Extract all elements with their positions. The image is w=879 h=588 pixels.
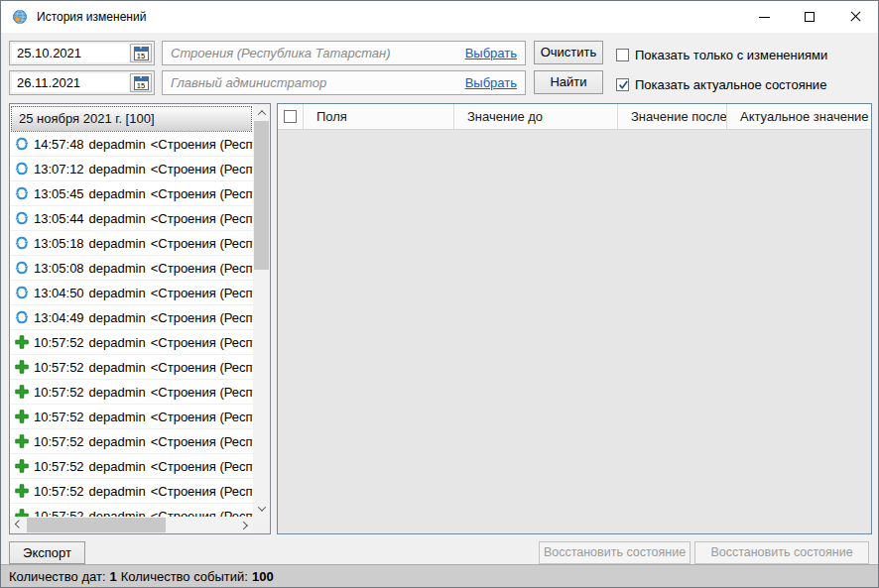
calendar-icon: 15 bbox=[134, 76, 149, 90]
event-object: <Строения (Республика Татарстан) bbox=[151, 137, 253, 152]
event-user: depadmin bbox=[89, 211, 146, 226]
titlebar: История изменений bbox=[1, 1, 878, 33]
event-time: 13:04:49 bbox=[34, 310, 84, 325]
event-time: 10:57:52 bbox=[34, 459, 84, 474]
events-horizontal-scrollbar[interactable] bbox=[10, 517, 253, 533]
scroll-down-arrow-icon[interactable] bbox=[253, 500, 270, 517]
event-time: 10:57:52 bbox=[34, 509, 84, 518]
table-header-row: Поля Значение до Значение после Актуальн… bbox=[278, 104, 871, 130]
minimize-button[interactable] bbox=[741, 1, 787, 33]
event-list-item[interactable]: 10:57:52 depadmin <Строения (Республика … bbox=[10, 355, 253, 380]
column-header-value-before[interactable]: Значение до bbox=[454, 104, 618, 129]
select-all-checkbox-cell[interactable] bbox=[278, 104, 304, 129]
horizontal-scrollbar-thumb[interactable] bbox=[27, 518, 166, 532]
event-user: depadmin bbox=[89, 286, 146, 300]
event-type-icon bbox=[14, 334, 30, 350]
find-button[interactable]: Найти bbox=[534, 70, 603, 94]
event-list-item[interactable]: 13:05:44 depadmin <Строения (Республика … bbox=[10, 206, 253, 231]
event-object: <Строения (Республика Татарстан) bbox=[151, 360, 253, 375]
event-user: depadmin bbox=[89, 162, 146, 176]
event-type-icon bbox=[14, 285, 30, 300]
event-type-icon bbox=[14, 433, 30, 449]
event-user: depadmin bbox=[89, 360, 146, 375]
clear-button[interactable]: Очистить bbox=[534, 41, 603, 64]
event-type-icon bbox=[14, 384, 30, 400]
scroll-left-arrow-icon[interactable] bbox=[10, 517, 27, 533]
events-vertical-scrollbar[interactable] bbox=[253, 104, 270, 517]
event-list-item[interactable]: 10:57:52 depadmin <Строения (Республика … bbox=[10, 479, 253, 504]
maximize-button[interactable] bbox=[787, 1, 832, 33]
date-to-input[interactable] bbox=[12, 73, 129, 92]
minimize-icon bbox=[759, 17, 770, 18]
scrollbar-corner bbox=[253, 517, 270, 533]
date-from-picker-button[interactable]: 15 bbox=[130, 44, 152, 62]
scroll-up-arrow-icon[interactable] bbox=[253, 104, 270, 121]
event-type-icon bbox=[14, 235, 30, 251]
user-select-link[interactable]: Выбрать bbox=[465, 75, 517, 90]
event-list-item[interactable]: 10:57:52 depadmin <Строения (Республика … bbox=[10, 454, 253, 479]
column-header-value-after[interactable]: Значение после bbox=[618, 104, 727, 129]
event-time: 14:57:48 bbox=[34, 137, 84, 152]
event-object: <Строения (Республика Татарстан) bbox=[151, 509, 253, 518]
event-list-item[interactable]: 10:57:52 depadmin <Строения (Республика … bbox=[10, 380, 253, 405]
event-object: <Строения (Республика Татарстан) bbox=[151, 484, 253, 499]
event-object: <Строения (Республика Татарстан) bbox=[151, 162, 253, 176]
event-list-item[interactable]: 13:04:49 depadmin <Строения (Республика … bbox=[10, 305, 253, 330]
event-time: 10:57:52 bbox=[34, 385, 84, 400]
event-list-item[interactable]: 13:07:12 depadmin <Строения (Республика … bbox=[10, 157, 253, 181]
event-user: depadmin bbox=[89, 509, 146, 518]
event-time: 10:57:52 bbox=[34, 434, 84, 449]
event-object: <Строения (Республика Татарстан) bbox=[151, 385, 253, 400]
dates-count-value: 1 bbox=[110, 569, 117, 584]
column-header-actual-value[interactable]: Актуальное значение bbox=[727, 104, 871, 129]
globe-icon bbox=[12, 9, 28, 25]
dates-count-label: Количество дат: bbox=[9, 569, 106, 584]
event-list-item[interactable]: 13:04:50 depadmin <Строения (Республика … bbox=[10, 281, 253, 305]
checkbox-actual-state[interactable]: Показать актуальное состояние bbox=[616, 76, 826, 92]
table-body-empty bbox=[278, 130, 871, 533]
date-to-picker-button[interactable]: 15 bbox=[130, 73, 152, 92]
event-list-item[interactable]: 14:57:48 depadmin <Строения (Республика … bbox=[10, 132, 253, 157]
date-from-input[interactable] bbox=[12, 44, 129, 62]
event-object: <Строения (Республика Татарстан) bbox=[151, 410, 253, 424]
event-list-item[interactable]: 13:05:08 depadmin <Строения (Республика … bbox=[10, 256, 253, 281]
restore-state-after-button[interactable]: Восстановить состояние после bbox=[694, 541, 869, 564]
event-list-item[interactable]: 10:57:52 depadmin <Строения (Республика … bbox=[10, 330, 253, 355]
export-button[interactable]: Экспорт bbox=[9, 541, 85, 564]
event-object: <Строения (Республика Татарстан) bbox=[151, 286, 253, 300]
event-type-icon bbox=[14, 409, 30, 424]
event-user: depadmin bbox=[89, 186, 146, 201]
close-button[interactable] bbox=[832, 1, 878, 33]
event-time: 13:05:18 bbox=[34, 236, 84, 251]
events-count-label: Количество событий: bbox=[121, 569, 248, 584]
event-time: 10:57:52 bbox=[34, 484, 84, 499]
layer-value: Строения (Республика Татарстан) bbox=[171, 46, 457, 60]
event-time: 13:04:50 bbox=[34, 286, 84, 300]
column-header-fields[interactable]: Поля bbox=[304, 104, 454, 129]
layer-select-link[interactable]: Выбрать bbox=[465, 46, 517, 60]
event-list-item[interactable]: 10:57:52 depadmin <Строения (Республика … bbox=[10, 429, 253, 454]
checkbox-unchecked-icon bbox=[284, 110, 297, 123]
event-object: <Строения (Республика Татарстан) bbox=[151, 261, 253, 276]
event-user: depadmin bbox=[89, 385, 146, 400]
checkbox-changes-only[interactable]: Показать только с изменениями bbox=[616, 47, 827, 62]
event-object: <Строения (Республика Татарстан) bbox=[151, 434, 253, 449]
change-details-panel: Поля Значение до Значение после Актуальн… bbox=[277, 103, 872, 534]
checkbox-unchecked-icon bbox=[616, 49, 629, 61]
event-list-item[interactable]: 10:57:52 depadmin <Строения (Республика … bbox=[10, 405, 253, 429]
event-list-item[interactable]: 13:05:45 depadmin <Строения (Республика … bbox=[10, 181, 253, 206]
event-type-icon bbox=[14, 483, 30, 499]
date-group-header[interactable]: 25 ноября 2021 г. [100] bbox=[11, 106, 252, 132]
event-object: <Строения (Республика Татарстан) bbox=[151, 459, 253, 474]
event-type-icon bbox=[14, 161, 30, 176]
event-list-item[interactable]: 13:05:18 depadmin <Строения (Республика … bbox=[10, 231, 253, 256]
event-object: <Строения (Республика Татарстан) bbox=[151, 335, 253, 350]
scroll-right-arrow-icon[interactable] bbox=[236, 517, 253, 533]
date-from-field: 15 bbox=[9, 41, 155, 65]
restore-state-before-button[interactable]: Восстановить состояние до bbox=[539, 541, 691, 564]
vertical-scrollbar-thumb[interactable] bbox=[254, 121, 269, 270]
events-count-value: 100 bbox=[252, 569, 274, 584]
event-list-item[interactable]: 10:57:52 depadmin <Строения (Республика … bbox=[10, 504, 253, 517]
events-list: 25 ноября 2021 г. [100] bbox=[10, 104, 253, 517]
event-object: <Строения (Республика Татарстан) bbox=[151, 236, 253, 251]
